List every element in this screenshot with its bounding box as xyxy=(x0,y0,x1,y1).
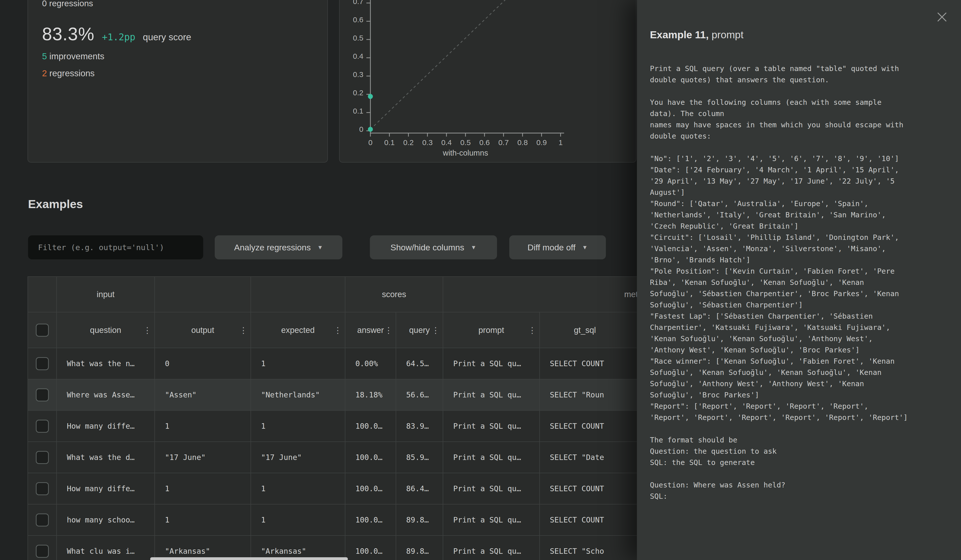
column-menu-icon[interactable]: ⋮ xyxy=(528,325,536,335)
regressions-line: 2 regressions xyxy=(42,68,313,78)
y-tick-label: 0.1 xyxy=(353,107,363,115)
row-checkbox[interactable] xyxy=(36,388,49,401)
examples-heading: Examples xyxy=(28,197,83,211)
cell-query: 83.9… xyxy=(396,411,443,442)
column-group-spacer xyxy=(251,277,345,312)
y-tick-label: 0.7 xyxy=(353,0,363,5)
row-checkbox[interactable] xyxy=(36,482,49,495)
y-tick-label: 0.4 xyxy=(353,52,363,60)
cell-query: 89.8… xyxy=(396,504,443,536)
cell-answer: 100.0… xyxy=(345,536,396,560)
row-checkbox-cell xyxy=(28,473,56,504)
row-checkbox[interactable] xyxy=(36,545,49,558)
column-header-label: answer xyxy=(357,326,384,335)
column-menu-icon[interactable]: ⋮ xyxy=(143,325,151,335)
x-tick-label: 0.3 xyxy=(422,138,433,146)
column-group-scores: scores xyxy=(345,277,443,312)
cell-expected: 1 xyxy=(251,348,345,379)
query-score-delta: +1.2pp xyxy=(102,32,135,43)
cell-question: How many diffe… xyxy=(56,473,155,504)
cell-query: 64.5… xyxy=(396,348,443,379)
cell-question: how many schoo… xyxy=(56,504,155,536)
row-checkbox[interactable] xyxy=(36,513,49,526)
scatter-chart: 00.10.20.30.40.50.60.700.10.20.30.40.50.… xyxy=(340,0,636,162)
y-tick-label: 0.6 xyxy=(353,16,363,24)
column-menu-icon[interactable]: ⋮ xyxy=(239,325,247,335)
column-header-label: prompt xyxy=(479,326,504,335)
row-checkbox[interactable] xyxy=(36,451,49,464)
column-menu-icon[interactable]: ⋮ xyxy=(334,325,342,335)
cell-expected: "17 June" xyxy=(251,442,345,473)
cell-query: 56.6… xyxy=(396,379,443,411)
chevron-down-icon: ▼ xyxy=(582,244,588,251)
cell-prompt: Print a SQL qu… xyxy=(443,536,540,560)
cell-answer: 18.18% xyxy=(345,379,396,411)
show-hide-columns-button[interactable]: Show/hide columns ▼ xyxy=(370,235,497,259)
diff-mode-label: Diff mode off xyxy=(527,242,575,252)
diff-mode-button[interactable]: Diff mode off ▼ xyxy=(509,235,606,259)
analyze-regressions-label: Analyze regressions xyxy=(234,242,311,252)
column-header-label: gt_sql xyxy=(574,326,596,335)
cell-answer: 100.0… xyxy=(345,411,396,442)
column-menu-icon[interactable]: ⋮ xyxy=(384,325,393,335)
column-header-query[interactable]: query⋮ xyxy=(396,312,443,348)
row-checkbox-cell xyxy=(28,411,56,442)
cell-prompt: Print a SQL qu… xyxy=(443,411,540,442)
column-header-prompt[interactable]: prompt⋮ xyxy=(443,312,540,348)
cell-answer: 100.0… xyxy=(345,473,396,504)
horizontal-scrollbar-thumb[interactable] xyxy=(150,557,348,560)
row-checkbox[interactable] xyxy=(36,357,49,370)
y-tick-label: 0.2 xyxy=(353,88,363,97)
cell-question: What was the n… xyxy=(56,348,155,379)
cell-expected: 1 xyxy=(251,504,345,536)
column-header-output[interactable]: output⋮ xyxy=(155,312,251,348)
column-header-label: question xyxy=(90,326,121,335)
cell-answer: 0.00% xyxy=(345,348,396,379)
cell-query: 85.9… xyxy=(396,442,443,473)
query-score-row: 83.3% +1.2pp query score xyxy=(42,24,313,44)
column-header-question[interactable]: question⋮ xyxy=(56,312,155,348)
cell-output: "17 June" xyxy=(155,442,251,473)
cell-query: 86.4… xyxy=(396,473,443,504)
column-header-label: expected xyxy=(281,326,315,335)
example-detail-panel: Example 11, prompt Print a SQL query (ov… xyxy=(637,0,961,560)
cell-output: 1 xyxy=(155,504,251,536)
column-header-expected[interactable]: expected⋮ xyxy=(251,312,345,348)
cell-expected: 1 xyxy=(251,473,345,504)
chart-card: 00.10.20.30.40.50.60.700.10.20.30.40.50.… xyxy=(339,0,636,162)
chevron-down-icon: ▼ xyxy=(317,244,323,251)
column-header-label: query xyxy=(409,326,430,335)
row-checkbox-cell xyxy=(28,348,56,379)
show-hide-columns-label: Show/hide columns xyxy=(391,242,464,252)
cell-answer: 100.0… xyxy=(345,504,396,536)
column-menu-icon[interactable]: ⋮ xyxy=(431,325,440,335)
close-icon[interactable] xyxy=(936,11,948,23)
cell-output: "Assen" xyxy=(155,379,251,411)
improvements-line: 5 improvements xyxy=(42,51,313,61)
cell-question: Where was Asse… xyxy=(56,379,155,411)
select-all-checkbox[interactable] xyxy=(36,324,49,337)
cell-expected: "Arkansas" xyxy=(251,536,345,560)
row-checkbox-cell xyxy=(28,379,56,411)
x-tick-label: 0.9 xyxy=(536,138,547,146)
diagonal-reference-line xyxy=(370,0,561,129)
column-group-spacer xyxy=(28,277,56,312)
analyze-regressions-button[interactable]: Analyze regressions ▼ xyxy=(215,235,342,259)
cell-output: 0 xyxy=(155,348,251,379)
x-tick-label: 0.7 xyxy=(498,138,509,146)
row-checkbox[interactable] xyxy=(36,420,49,433)
column-header-answer[interactable]: answer⋮ xyxy=(345,312,396,348)
select-all-cell xyxy=(28,312,56,348)
y-tick-label: 0 xyxy=(359,125,363,133)
cell-prompt: Print a SQL qu… xyxy=(443,504,540,536)
cell-question: What was the d… xyxy=(56,442,155,473)
x-axis-title: with-columns xyxy=(443,149,488,157)
cell-expected: 1 xyxy=(251,411,345,442)
filter-input[interactable] xyxy=(28,235,203,259)
column-group-input: input xyxy=(56,277,155,312)
cell-output: 1 xyxy=(155,411,251,442)
panel-title: Example 11, prompt xyxy=(650,29,744,41)
data-point xyxy=(368,94,373,99)
x-tick-label: 0.6 xyxy=(479,138,490,146)
cell-question: What clu was i… xyxy=(56,536,155,560)
